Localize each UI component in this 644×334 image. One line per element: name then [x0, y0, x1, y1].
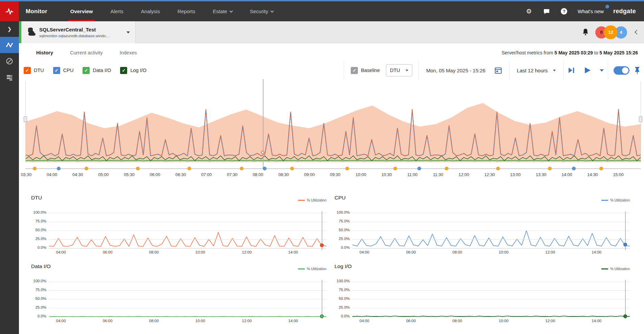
nav-item-security[interactable]: Security [241, 1, 282, 21]
nav-item-overview[interactable]: Overview [62, 1, 102, 21]
legend-line-swatch [298, 268, 305, 269]
checkbox-data-i-o[interactable]: ✓ [83, 67, 90, 74]
timeline-marker-dot-orange[interactable] [136, 167, 140, 170]
gridline [49, 248, 326, 248]
series-toggle-dtu[interactable]: ✓DTU [24, 67, 44, 74]
nav-item-estate[interactable]: Estate [204, 1, 241, 21]
calendar-icon [494, 66, 502, 74]
checkbox-dtu[interactable]: ✓ [24, 67, 31, 74]
sidebar-item-servers[interactable] [0, 69, 19, 86]
play-options-caret-icon[interactable] [600, 69, 604, 72]
redgate-pulse-logo[interactable] [0, 1, 19, 21]
feedback-chat-icon[interactable] [543, 7, 551, 16]
timeline-marker-dot-orange[interactable] [85, 167, 88, 170]
y-axis-label: 100.0% [25, 279, 46, 283]
chart-toolbar: ✓DTU✓CPU✓Data I/O✓Log I/O ✓ Baseline DTU… [19, 62, 644, 79]
skip-to-end-icon [568, 67, 575, 73]
legend-label: % Utilization [610, 198, 630, 202]
chart-cursor[interactable] [625, 280, 626, 319]
nav-item-reports[interactable]: Reports [169, 1, 204, 21]
timeline-marker-dot-orange[interactable] [290, 167, 294, 170]
time-axis-label: 05:00 [95, 172, 112, 177]
collapse-panel-chevron-icon[interactable] [635, 30, 639, 34]
sidebar-item-blocked-processes[interactable] [0, 53, 19, 69]
gridline [352, 299, 630, 300]
calendar-button[interactable] [494, 66, 502, 74]
help-question-glyph: ? [561, 8, 567, 15]
nav-item-label: Overview [70, 8, 93, 14]
timeline-marker-dot-orange[interactable] [599, 167, 603, 170]
entity-dropdown-caret-icon [127, 31, 130, 33]
chart-plot-dtu[interactable] [49, 213, 326, 248]
time-range-select[interactable]: Last 12 hours [517, 68, 556, 73]
timeline-marker-dot-blue[interactable] [572, 167, 576, 170]
timeline-cursor[interactable] [263, 77, 263, 168]
timeline-marker-dot-orange[interactable] [33, 167, 37, 170]
alert-badge-medium[interactable]: 12 [604, 25, 618, 39]
live-updates-toggle[interactable] [614, 66, 629, 75]
series-label: CPU [63, 68, 74, 73]
help-icon[interactable]: ? [560, 7, 568, 16]
current-value-dot-log-io[interactable] [623, 314, 627, 318]
timeline-marker-dot-orange[interactable] [548, 167, 552, 170]
y-axis-label: 100.0% [329, 279, 350, 283]
settings-gear-icon[interactable]: ⚙ [525, 7, 533, 16]
skip-to-end-button[interactable] [568, 67, 575, 73]
series-toggle-log-i-o[interactable]: ✓Log I/O [120, 67, 146, 74]
tab-current-activity[interactable]: Current activity [62, 44, 111, 62]
timeline-marker-dot-orange[interactable] [345, 167, 349, 170]
chart-plot-data-io[interactable] [49, 282, 326, 317]
chart-cursor[interactable] [322, 280, 322, 319]
timeline-marker-dot-blue[interactable] [57, 167, 61, 170]
timeline-marker-dot-blue[interactable] [417, 167, 421, 170]
checkbox-cpu[interactable]: ✓ [53, 67, 60, 74]
whats-new-link[interactable]: What's new [578, 8, 604, 14]
bell-icon[interactable] [582, 28, 589, 36]
metric-chart-cpu: CPU% Utilization100.0%75.0%50.0%25.0%0.0… [329, 194, 635, 260]
checkbox-log-i-o[interactable]: ✓ [120, 67, 127, 74]
datetime-display[interactable]: Mon, 05 May 2025 - 15:26 [426, 68, 485, 73]
series-toggle-data-i-o[interactable]: ✓Data I/O [83, 67, 111, 74]
y-axis-label: 50.0% [329, 228, 350, 232]
y-axis-label: 75.0% [25, 288, 46, 292]
current-value-dot-data-io[interactable] [320, 314, 324, 318]
series-toggle-cpu[interactable]: ✓CPU [53, 67, 74, 74]
chart-plot-log-io[interactable] [352, 282, 630, 317]
sidebar-expand-button[interactable]: ❯ [0, 21, 19, 37]
nav-item-alerts[interactable]: Alerts [101, 1, 132, 21]
gridline [352, 290, 630, 291]
timeline-marker-dot-orange[interactable] [187, 167, 191, 170]
timeline-marker-dot-orange[interactable] [445, 167, 448, 170]
range-handle-left[interactable] [24, 116, 27, 122]
pin-button[interactable] [634, 67, 641, 74]
legend-label: % Utilization [307, 267, 326, 271]
time-axis-label: 07:30 [224, 172, 240, 177]
entity-name: SQLServerCentral_Test [39, 27, 110, 32]
baseline-checkbox[interactable]: ✓ [351, 67, 358, 74]
x-axis-label: 04:00 [53, 250, 68, 254]
timeline-marker-dot-orange[interactable] [496, 167, 500, 170]
chart-plot-cpu[interactable] [352, 213, 630, 248]
time-axis-label: 10:00 [352, 172, 369, 177]
x-axis-label: 10:00 [496, 319, 511, 323]
tab-history[interactable]: History [28, 44, 62, 62]
play-icon [584, 67, 591, 74]
baseline-metric-select[interactable]: DTU [386, 64, 412, 76]
tab-indexes[interactable]: Indexes [111, 44, 145, 62]
baseline-toggle[interactable]: ✓ Baseline [351, 67, 380, 74]
sidebar-item-activity-graph[interactable] [0, 37, 19, 53]
x-axis-label: 14:00 [286, 250, 301, 254]
divider [509, 62, 509, 79]
timeline-plot-area[interactable] [25, 81, 641, 162]
redgate-wordmark[interactable]: redgate [613, 8, 636, 15]
chart-title-cpu: CPU [335, 195, 346, 201]
timeline-marker-dot-orange[interactable] [393, 167, 397, 170]
nav-item-analysis[interactable]: Analysis [132, 1, 169, 21]
range-handle-right[interactable] [639, 116, 642, 122]
timeline-marker-dot-blue[interactable] [263, 167, 267, 170]
play-button[interactable] [584, 67, 591, 74]
x-axis-label: 06:00 [404, 250, 418, 254]
timeline-marker-dot-orange[interactable] [240, 167, 244, 170]
entity-selector[interactable]: SQLServerCentral_Test sqlmonitor-sqlazur… [19, 21, 136, 43]
cpu-series-line [352, 231, 630, 246]
